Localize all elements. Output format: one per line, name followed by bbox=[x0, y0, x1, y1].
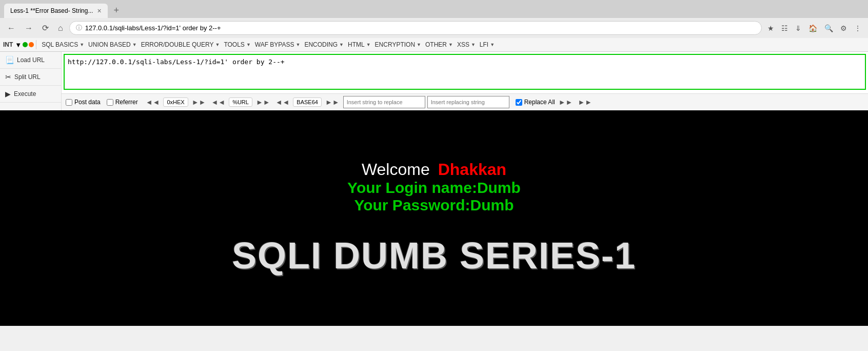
welcome-text: Welcome bbox=[362, 160, 430, 179]
post-data-checkbox-label[interactable]: Post data bbox=[66, 99, 101, 106]
back-button[interactable]: ← bbox=[4, 22, 18, 35]
html-menu[interactable]: HTML ▼ bbox=[345, 40, 371, 50]
base64-encode-button[interactable]: BASE64 bbox=[293, 98, 322, 107]
encode-bar: Post data Referrer ◄◄ 0xHEX ►► ◄◄ %URL ►… bbox=[62, 93, 868, 110]
lfi-button[interactable]: LFI bbox=[477, 40, 489, 50]
welcome-line: Welcome Dhakkan bbox=[362, 160, 506, 179]
split-url-label: Split URL bbox=[14, 73, 41, 81]
hex-encode-button[interactable]: 0xHEX bbox=[163, 98, 188, 107]
encoding-arrow[interactable]: ▼ bbox=[339, 42, 344, 47]
sidebar: 📃 Load URL ✂ Split URL ▶ Execute bbox=[0, 52, 62, 110]
sql-basics-menu[interactable]: SQL BASICS ▼ bbox=[38, 40, 84, 50]
sql-basics-button[interactable]: SQL BASICS bbox=[38, 40, 79, 50]
reading-view-button[interactable]: ☷ bbox=[779, 22, 791, 34]
url-textarea-wrap: http://127.0.0.1/sqli-labs/Less-1/?id=1'… bbox=[62, 52, 868, 93]
bookmark-star-button[interactable]: ★ bbox=[765, 22, 777, 34]
lfi-arrow[interactable]: ▼ bbox=[490, 42, 495, 47]
other-menu[interactable]: OTHER ▼ bbox=[422, 40, 453, 50]
active-tab[interactable]: Less-1 **Error Based- String... × bbox=[4, 4, 108, 18]
load-url-icon: 📃 bbox=[5, 56, 14, 64]
home-button[interactable]: ⌂ bbox=[55, 22, 66, 35]
menu-button[interactable]: ⋮ bbox=[852, 22, 864, 34]
html-arrow[interactable]: ▼ bbox=[366, 42, 371, 47]
error-double-query-arrow[interactable]: ▼ bbox=[215, 42, 220, 47]
green-indicator-1 bbox=[23, 41, 28, 49]
reload-button[interactable]: ⟳ bbox=[39, 21, 52, 35]
waf-bypass-arrow[interactable]: ▼ bbox=[295, 42, 300, 47]
url-right-arrow[interactable]: ►► bbox=[254, 98, 272, 107]
waf-bypass-menu[interactable]: WAF BYPASS ▼ bbox=[252, 40, 301, 50]
union-based-arrow[interactable]: ▼ bbox=[132, 42, 137, 47]
sqli-title: SQLI DUMB SERIES-1 bbox=[232, 235, 636, 277]
referrer-label: Referrer bbox=[115, 99, 138, 106]
browser-chrome: Less-1 **Error Based- String... × + ← → … bbox=[0, 0, 868, 38]
xss-button[interactable]: XSS bbox=[454, 40, 470, 50]
hex-left-arrow[interactable]: ◄◄ bbox=[144, 98, 162, 107]
base64-left-arrow[interactable]: ◄◄ bbox=[274, 98, 291, 107]
encryption-button[interactable]: ENCRYPTION bbox=[372, 40, 416, 50]
union-based-button[interactable]: UNION BASED bbox=[85, 40, 132, 50]
other-arrow[interactable]: ▼ bbox=[448, 42, 453, 47]
execute-label: Execute bbox=[14, 90, 36, 98]
sql-basics-arrow[interactable]: ▼ bbox=[80, 42, 84, 47]
post-data-checkbox[interactable] bbox=[66, 99, 72, 106]
union-based-menu[interactable]: UNION BASED ▼ bbox=[85, 40, 137, 50]
settings-button[interactable]: ⚙ bbox=[838, 22, 850, 34]
error-double-query-menu[interactable]: ERROR/DOUBLE QUERY ▼ bbox=[138, 40, 220, 50]
dhakkan-text: Dhakkan bbox=[438, 160, 506, 179]
load-url-button[interactable]: 📃 Load URL bbox=[0, 52, 61, 69]
replace-all-checkbox[interactable] bbox=[516, 99, 522, 106]
encryption-arrow[interactable]: ▼ bbox=[417, 42, 421, 47]
referrer-checkbox[interactable] bbox=[107, 99, 113, 106]
xss-menu[interactable]: XSS ▼ bbox=[454, 40, 476, 50]
toolbar: INT ▼ SQL BASICS ▼ UNION BASED ▼ ERROR/D… bbox=[0, 38, 868, 52]
split-url-button[interactable]: ✂ Split URL bbox=[0, 69, 61, 86]
tab-bar: Less-1 **Error Based- String... × + bbox=[0, 0, 868, 18]
home-page-button[interactable]: 🏠 bbox=[806, 22, 820, 34]
toolbar-separator-1 bbox=[36, 40, 36, 49]
new-tab-button[interactable]: + bbox=[110, 3, 124, 18]
tools-arrow[interactable]: ▼ bbox=[246, 42, 251, 47]
replace-right-arrow-1[interactable]: ►► bbox=[557, 98, 575, 107]
tab-close-button[interactable]: × bbox=[97, 7, 101, 15]
tools-button[interactable]: TOOLS bbox=[221, 40, 245, 50]
forward-button[interactable]: → bbox=[22, 22, 36, 35]
post-data-label: Post data bbox=[74, 99, 101, 106]
html-button[interactable]: HTML bbox=[345, 40, 366, 50]
load-url-label: Load URL bbox=[17, 56, 45, 64]
xss-arrow[interactable]: ▼ bbox=[471, 42, 476, 47]
encryption-menu[interactable]: ENCRYPTION ▼ bbox=[372, 40, 421, 50]
insert-string-input[interactable] bbox=[343, 96, 425, 108]
address-bar: ⓘ bbox=[69, 21, 762, 35]
url-encode-button[interactable]: %URL bbox=[229, 98, 252, 107]
referrer-checkbox-label[interactable]: Referrer bbox=[107, 99, 138, 106]
execute-icon: ▶ bbox=[5, 90, 11, 98]
url-container: http://127.0.0.1/sqli-labs/Less-1/?id=1'… bbox=[62, 52, 868, 110]
url-left-arrow[interactable]: ◄◄ bbox=[209, 98, 227, 107]
error-double-query-button[interactable]: ERROR/DOUBLE QUERY bbox=[138, 40, 215, 50]
encoding-button[interactable]: ENCODING bbox=[301, 40, 339, 50]
hex-right-arrow[interactable]: ►► bbox=[190, 98, 208, 107]
split-url-icon: ✂ bbox=[5, 73, 11, 81]
nav-bar: ← → ⟳ ⌂ ⓘ ★ ☷ ⇓ 🏠 🔍 ⚙ ⋮ bbox=[0, 18, 868, 38]
tools-menu[interactable]: TOOLS ▼ bbox=[221, 40, 250, 50]
replace-right-arrow-2[interactable]: ►► bbox=[576, 98, 594, 107]
nav-actions: ★ ☷ ⇓ 🏠 🔍 ⚙ ⋮ bbox=[765, 22, 864, 34]
password-line: Your Password:Dumb bbox=[354, 197, 514, 214]
info-icon: ⓘ bbox=[76, 24, 82, 32]
encoding-menu[interactable]: ENCODING ▼ bbox=[301, 40, 344, 50]
url-textarea[interactable]: http://127.0.0.1/sqli-labs/Less-1/?id=1'… bbox=[64, 54, 866, 90]
other-button[interactable]: OTHER bbox=[422, 40, 448, 50]
base64-right-arrow[interactable]: ►► bbox=[324, 98, 341, 107]
search-button[interactable]: 🔍 bbox=[822, 22, 836, 34]
lfi-menu[interactable]: LFI ▼ bbox=[477, 40, 495, 50]
execute-button[interactable]: ▶ Execute bbox=[0, 86, 61, 103]
waf-bypass-button[interactable]: WAF BYPASS bbox=[252, 40, 295, 50]
replace-all-checkbox-label[interactable]: Replace All bbox=[516, 99, 555, 106]
address-input[interactable] bbox=[85, 24, 755, 32]
dropdown-arrow-int[interactable]: ▼ bbox=[15, 41, 22, 49]
insert-replacing-input[interactable] bbox=[427, 96, 509, 108]
download-button[interactable]: ⇓ bbox=[793, 22, 804, 34]
content-area: Welcome Dhakkan Your Login name:Dumb You… bbox=[0, 110, 868, 326]
int-label: INT bbox=[3, 41, 13, 48]
